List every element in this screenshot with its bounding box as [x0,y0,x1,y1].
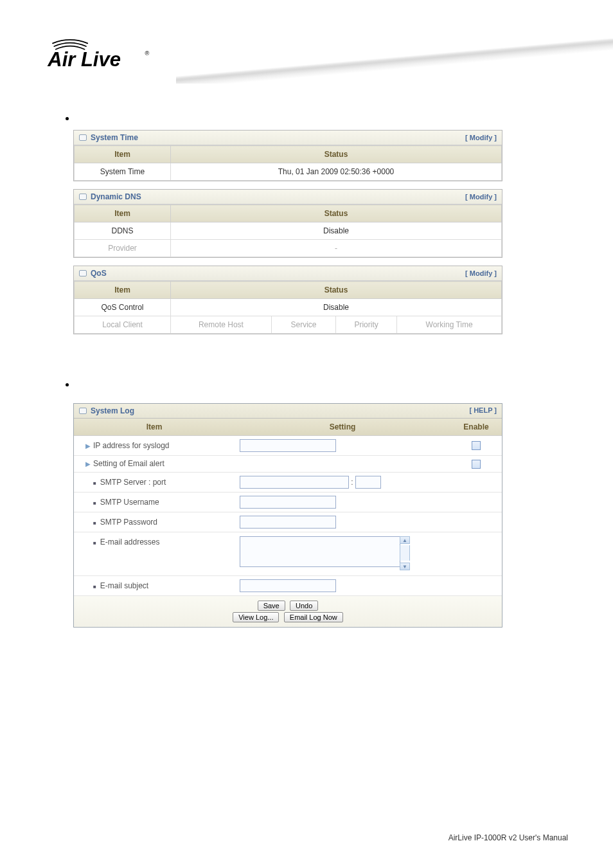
modify-link-ddns[interactable]: [ Modify ] [465,193,497,201]
panel-title-syslog: System Log [79,406,134,415]
modify-link-system-time[interactable]: [ Modify ] [465,134,497,141]
cell-item: DDNS [75,222,171,240]
save-button[interactable]: Save [258,601,285,611]
th-item: Item [75,282,171,299]
input-ip-syslogd[interactable] [240,439,336,452]
label-ip-syslogd: IP address for syslogd [93,441,170,450]
th-status: Status [171,205,502,222]
table-row: DDNS Disable [75,222,502,240]
cell-item: Provider [75,240,171,257]
page-footer: 55 AirLive IP-1000R v2 User's Manual [0,833,613,842]
bullet-icon [66,383,69,386]
row-email-alert: ▶Setting of Email alert [74,456,502,473]
cell-service: Service [271,316,335,334]
row-email-addresses: ■E-mail addresses ▲ ▼ [74,532,502,575]
svg-text:®: ® [145,50,149,57]
row-smtp-password: ■SMTP Password [74,512,502,532]
panel-dynamic-dns: Dynamic DNS [ Modify ] Item Status DDNS … [73,189,502,258]
input-smtp-username[interactable] [240,496,336,509]
panel-icon [79,408,87,414]
table-header-row: Item Status [75,205,502,222]
th-item: Item [75,146,171,163]
table-header-row: Item Status [75,282,502,299]
th-status: Status [171,282,502,299]
cell-item: System Time [75,163,171,181]
textarea-email-addresses[interactable] [240,536,400,567]
row-smtp-server: ■SMTP Server : port : [74,472,502,492]
label-smtp-user: SMTP Username [100,498,159,507]
input-smtp-server[interactable] [240,476,349,489]
panel-icon [79,270,87,276]
square-bullet-icon: ■ [93,540,96,546]
panel-system-time: System Time [ Modify ] Item Status Syste… [73,130,502,181]
undo-button[interactable]: Undo [290,601,318,611]
th-enable: Enable [450,419,502,436]
scroll-track[interactable] [400,545,410,561]
row-smtp-username: ■SMTP Username [74,492,502,512]
panel-icon [79,194,87,200]
cell-status: Thu, 01 Jan 2009 02:50:36 +0000 [171,163,502,181]
input-email-subject[interactable] [240,579,336,592]
view-log-button[interactable]: View Log... [233,612,279,622]
cell-working-time: Working Time [397,316,502,334]
th-setting: Setting [235,419,450,436]
cell-remote-host: Remote Host [171,316,272,334]
scroll-up-icon[interactable]: ▲ [400,536,410,544]
label-email-alert: Setting of Email alert [93,459,164,468]
table-header-row: Item Status [75,146,502,163]
label-email-addr: E-mail addresses [100,538,160,547]
label-email-subj: E-mail subject [100,581,148,590]
th-item: Item [74,419,235,436]
input-smtp-port[interactable] [355,476,381,489]
triangle-icon: ▶ [85,460,91,467]
button-row: Save Undo View Log... Email Log Now [74,595,502,627]
square-bullet-icon: ■ [93,520,96,526]
scroll-down-icon[interactable]: ▼ [400,563,410,570]
th-item: Item [75,205,171,222]
panel-title-system-time: System Time [79,133,138,142]
bullet-icon [66,117,69,120]
label-smtp-pass: SMTP Password [100,518,157,527]
row-ip-syslogd: ▶IP address for syslogd [74,436,502,456]
help-link[interactable]: [ HELP ] [469,406,497,415]
status-bullet-line: Status Current system time and other sta… [66,113,567,122]
panel-system-log: System Log [ HELP ] Item Setting Enable … [73,403,502,628]
brand-logo: Air Live ® [46,35,159,78]
cell-local-client: Local Client [75,316,171,334]
row-email-subject: ■E-mail subject [74,575,502,595]
panel-icon [79,134,87,141]
panel-qos: QoS [ Modify ] Item Status QoS Control D… [73,266,502,334]
checkbox-email-alert[interactable] [472,460,481,469]
cell-status: - [171,240,502,257]
table-row: QoS Control Disable [75,299,502,316]
status-bullet-text: Status Current system time and other sta… [76,113,242,122]
chapter-heading: 5. Web Management – Advanced Settings [46,96,567,106]
checkbox-ip-syslogd[interactable] [472,441,481,450]
table-row-subheaders: Local Client Remote Host Service Priorit… [75,316,502,334]
modify-link-qos[interactable]: [ Modify ] [465,269,497,277]
table-row: Provider - [75,240,502,257]
cell-status: Disable [171,299,502,316]
cell-status: Disable [171,222,502,240]
table-row: System Time Thu, 01 Jan 2009 02:50:36 +0… [75,163,502,181]
section-heading-syslog: 5.3.1 Advanced Settings -> System Log [46,363,567,374]
square-bullet-icon: ■ [93,500,96,506]
table-header-row: Item Setting Enable [74,419,502,436]
square-bullet-icon: ■ [93,584,96,590]
colon-separator: : [351,478,353,487]
cell-priority: Priority [336,316,397,334]
footer-product: AirLive IP-1000R v2 User's Manual [449,833,568,842]
input-smtp-password[interactable] [240,516,336,529]
page-number: 55 [45,833,53,842]
header-swoosh [176,39,613,84]
label-smtp-server: SMTP Server : port [100,478,166,487]
syslog-bullet-text: System Log This page support two methods… [76,379,567,398]
th-status: Status [171,146,502,163]
panel-title-ddns: Dynamic DNS [79,192,141,201]
square-bullet-icon: ■ [93,480,96,486]
panel-title-qos: QoS [79,269,107,278]
cell-item: QoS Control [75,299,171,316]
triangle-icon: ▶ [85,442,91,449]
section-desc: System Log This page support two methods… [46,379,567,398]
email-log-now-button[interactable]: Email Log Now [284,612,343,622]
